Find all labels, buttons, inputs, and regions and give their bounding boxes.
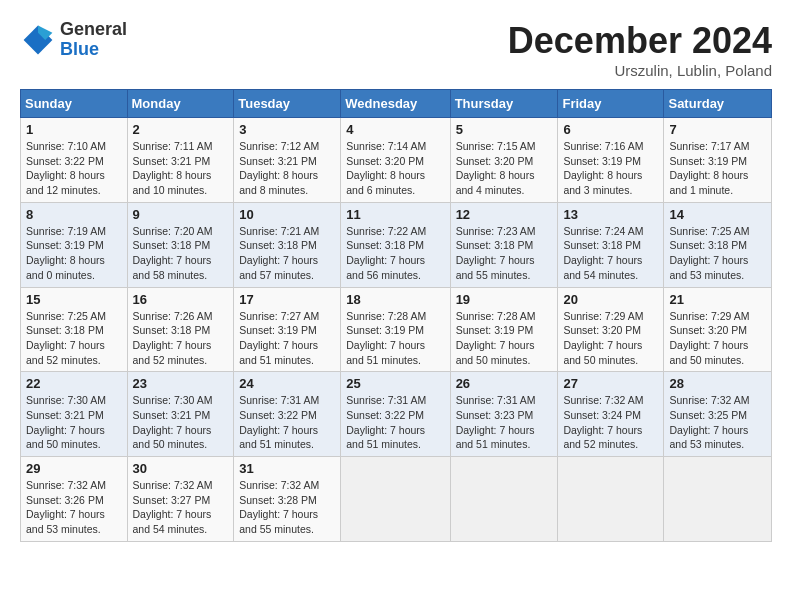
- calendar-cell: 23Sunrise: 7:30 AMSunset: 3:21 PMDayligh…: [127, 372, 234, 457]
- day-number: 24: [239, 376, 335, 391]
- weekday-header-sunday: Sunday: [21, 90, 128, 118]
- day-info: Sunrise: 7:28 AMSunset: 3:19 PMDaylight:…: [456, 309, 553, 368]
- calendar-cell: 25Sunrise: 7:31 AMSunset: 3:22 PMDayligh…: [341, 372, 450, 457]
- location: Urszulin, Lublin, Poland: [508, 62, 772, 79]
- day-number: 12: [456, 207, 553, 222]
- calendar-cell: 8Sunrise: 7:19 AMSunset: 3:19 PMDaylight…: [21, 202, 128, 287]
- calendar-cell: 9Sunrise: 7:20 AMSunset: 3:18 PMDaylight…: [127, 202, 234, 287]
- day-info: Sunrise: 7:32 AMSunset: 3:27 PMDaylight:…: [133, 478, 229, 537]
- day-number: 18: [346, 292, 444, 307]
- day-info: Sunrise: 7:29 AMSunset: 3:20 PMDaylight:…: [669, 309, 766, 368]
- logo-icon: [20, 22, 56, 58]
- day-info: Sunrise: 7:23 AMSunset: 3:18 PMDaylight:…: [456, 224, 553, 283]
- day-info: Sunrise: 7:32 AMSunset: 3:25 PMDaylight:…: [669, 393, 766, 452]
- calendar-cell: [664, 457, 772, 542]
- day-number: 14: [669, 207, 766, 222]
- day-number: 31: [239, 461, 335, 476]
- day-info: Sunrise: 7:16 AMSunset: 3:19 PMDaylight:…: [563, 139, 658, 198]
- calendar-cell: 24Sunrise: 7:31 AMSunset: 3:22 PMDayligh…: [234, 372, 341, 457]
- calendar-cell: [341, 457, 450, 542]
- calendar-cell: 28Sunrise: 7:32 AMSunset: 3:25 PMDayligh…: [664, 372, 772, 457]
- calendar-cell: 20Sunrise: 7:29 AMSunset: 3:20 PMDayligh…: [558, 287, 664, 372]
- day-info: Sunrise: 7:28 AMSunset: 3:19 PMDaylight:…: [346, 309, 444, 368]
- day-info: Sunrise: 7:17 AMSunset: 3:19 PMDaylight:…: [669, 139, 766, 198]
- calendar-cell: 15Sunrise: 7:25 AMSunset: 3:18 PMDayligh…: [21, 287, 128, 372]
- day-number: 15: [26, 292, 122, 307]
- calendar-cell: [558, 457, 664, 542]
- day-info: Sunrise: 7:31 AMSunset: 3:23 PMDaylight:…: [456, 393, 553, 452]
- weekday-header-monday: Monday: [127, 90, 234, 118]
- day-info: Sunrise: 7:22 AMSunset: 3:18 PMDaylight:…: [346, 224, 444, 283]
- day-number: 3: [239, 122, 335, 137]
- day-info: Sunrise: 7:15 AMSunset: 3:20 PMDaylight:…: [456, 139, 553, 198]
- calendar-cell: 31Sunrise: 7:32 AMSunset: 3:28 PMDayligh…: [234, 457, 341, 542]
- calendar-cell: 26Sunrise: 7:31 AMSunset: 3:23 PMDayligh…: [450, 372, 558, 457]
- day-info: Sunrise: 7:26 AMSunset: 3:18 PMDaylight:…: [133, 309, 229, 368]
- weekday-header-thursday: Thursday: [450, 90, 558, 118]
- day-number: 22: [26, 376, 122, 391]
- day-number: 9: [133, 207, 229, 222]
- calendar-cell: 22Sunrise: 7:30 AMSunset: 3:21 PMDayligh…: [21, 372, 128, 457]
- calendar-cell: 6Sunrise: 7:16 AMSunset: 3:19 PMDaylight…: [558, 118, 664, 203]
- calendar-table: SundayMondayTuesdayWednesdayThursdayFrid…: [20, 89, 772, 542]
- calendar-cell: 2Sunrise: 7:11 AMSunset: 3:21 PMDaylight…: [127, 118, 234, 203]
- day-info: Sunrise: 7:12 AMSunset: 3:21 PMDaylight:…: [239, 139, 335, 198]
- calendar-cell: 4Sunrise: 7:14 AMSunset: 3:20 PMDaylight…: [341, 118, 450, 203]
- calendar-cell: 7Sunrise: 7:17 AMSunset: 3:19 PMDaylight…: [664, 118, 772, 203]
- day-number: 13: [563, 207, 658, 222]
- day-info: Sunrise: 7:31 AMSunset: 3:22 PMDaylight:…: [346, 393, 444, 452]
- calendar-week-row: 8Sunrise: 7:19 AMSunset: 3:19 PMDaylight…: [21, 202, 772, 287]
- day-number: 2: [133, 122, 229, 137]
- calendar-cell: 16Sunrise: 7:26 AMSunset: 3:18 PMDayligh…: [127, 287, 234, 372]
- day-info: Sunrise: 7:30 AMSunset: 3:21 PMDaylight:…: [26, 393, 122, 452]
- calendar-cell: 5Sunrise: 7:15 AMSunset: 3:20 PMDaylight…: [450, 118, 558, 203]
- day-info: Sunrise: 7:11 AMSunset: 3:21 PMDaylight:…: [133, 139, 229, 198]
- calendar-week-row: 1Sunrise: 7:10 AMSunset: 3:22 PMDaylight…: [21, 118, 772, 203]
- calendar-cell: 11Sunrise: 7:22 AMSunset: 3:18 PMDayligh…: [341, 202, 450, 287]
- day-number: 21: [669, 292, 766, 307]
- day-info: Sunrise: 7:25 AMSunset: 3:18 PMDaylight:…: [26, 309, 122, 368]
- day-number: 7: [669, 122, 766, 137]
- calendar-cell: 17Sunrise: 7:27 AMSunset: 3:19 PMDayligh…: [234, 287, 341, 372]
- weekday-header-tuesday: Tuesday: [234, 90, 341, 118]
- day-info: Sunrise: 7:32 AMSunset: 3:24 PMDaylight:…: [563, 393, 658, 452]
- day-number: 16: [133, 292, 229, 307]
- day-number: 25: [346, 376, 444, 391]
- day-number: 29: [26, 461, 122, 476]
- calendar-week-row: 15Sunrise: 7:25 AMSunset: 3:18 PMDayligh…: [21, 287, 772, 372]
- day-info: Sunrise: 7:30 AMSunset: 3:21 PMDaylight:…: [133, 393, 229, 452]
- day-info: Sunrise: 7:19 AMSunset: 3:19 PMDaylight:…: [26, 224, 122, 283]
- day-number: 23: [133, 376, 229, 391]
- calendar-cell: [450, 457, 558, 542]
- calendar-cell: 12Sunrise: 7:23 AMSunset: 3:18 PMDayligh…: [450, 202, 558, 287]
- day-number: 26: [456, 376, 553, 391]
- calendar-cell: 13Sunrise: 7:24 AMSunset: 3:18 PMDayligh…: [558, 202, 664, 287]
- day-info: Sunrise: 7:32 AMSunset: 3:26 PMDaylight:…: [26, 478, 122, 537]
- day-number: 11: [346, 207, 444, 222]
- calendar-cell: 21Sunrise: 7:29 AMSunset: 3:20 PMDayligh…: [664, 287, 772, 372]
- day-info: Sunrise: 7:21 AMSunset: 3:18 PMDaylight:…: [239, 224, 335, 283]
- day-info: Sunrise: 7:14 AMSunset: 3:20 PMDaylight:…: [346, 139, 444, 198]
- page-header: General Blue December 2024 Urszulin, Lub…: [20, 20, 772, 79]
- day-number: 27: [563, 376, 658, 391]
- logo: General Blue: [20, 20, 127, 60]
- calendar-cell: 1Sunrise: 7:10 AMSunset: 3:22 PMDaylight…: [21, 118, 128, 203]
- day-number: 5: [456, 122, 553, 137]
- day-number: 17: [239, 292, 335, 307]
- day-number: 10: [239, 207, 335, 222]
- day-info: Sunrise: 7:10 AMSunset: 3:22 PMDaylight:…: [26, 139, 122, 198]
- calendar-cell: 3Sunrise: 7:12 AMSunset: 3:21 PMDaylight…: [234, 118, 341, 203]
- day-number: 30: [133, 461, 229, 476]
- title-area: December 2024 Urszulin, Lublin, Poland: [508, 20, 772, 79]
- day-info: Sunrise: 7:32 AMSunset: 3:28 PMDaylight:…: [239, 478, 335, 537]
- calendar-week-row: 22Sunrise: 7:30 AMSunset: 3:21 PMDayligh…: [21, 372, 772, 457]
- day-number: 20: [563, 292, 658, 307]
- calendar-cell: 29Sunrise: 7:32 AMSunset: 3:26 PMDayligh…: [21, 457, 128, 542]
- calendar-cell: 14Sunrise: 7:25 AMSunset: 3:18 PMDayligh…: [664, 202, 772, 287]
- calendar-cell: 27Sunrise: 7:32 AMSunset: 3:24 PMDayligh…: [558, 372, 664, 457]
- weekday-header-saturday: Saturday: [664, 90, 772, 118]
- day-info: Sunrise: 7:24 AMSunset: 3:18 PMDaylight:…: [563, 224, 658, 283]
- day-number: 1: [26, 122, 122, 137]
- calendar-cell: 18Sunrise: 7:28 AMSunset: 3:19 PMDayligh…: [341, 287, 450, 372]
- logo-general-text: General: [60, 20, 127, 40]
